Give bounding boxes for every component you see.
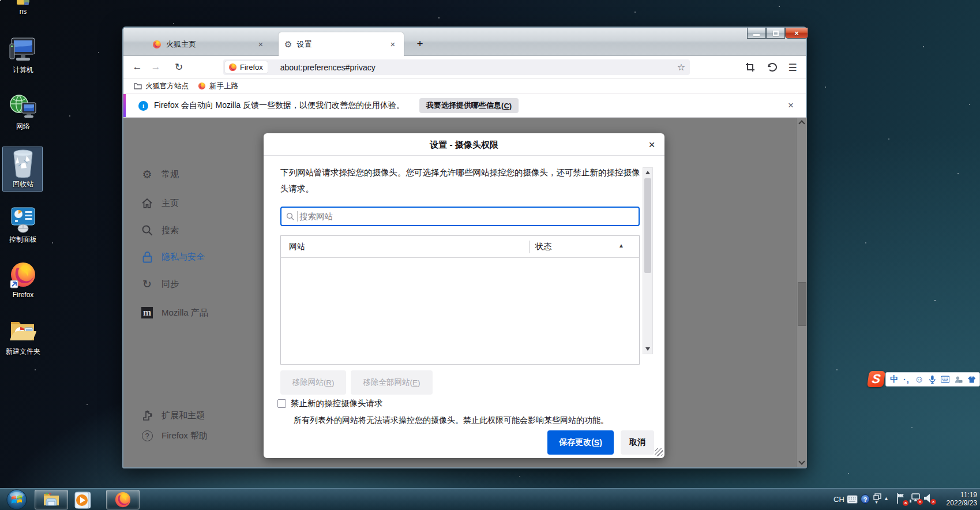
desktop-icon-ns[interactable]: ns — [1, 0, 45, 16]
url-text[interactable]: about:preferences#privacy — [280, 63, 376, 72]
tab-firefox-home[interactable]: 火狐主页 × — [147, 32, 272, 56]
sogou-punctuation-icon[interactable]: ·, — [903, 375, 910, 384]
button-label-end: ) — [418, 378, 420, 387]
tab-settings[interactable]: ⚙ 设置 × — [279, 32, 404, 56]
tray-clock[interactable]: 11:19 2022/9/23 — [934, 491, 977, 507]
tray-volume-icon[interactable]: × — [923, 493, 934, 503]
forward-button[interactable]: → — [149, 61, 162, 73]
dialog-scrollbar-thumb[interactable] — [644, 178, 651, 273]
bookmark-star-icon[interactable]: ☆ — [677, 62, 685, 73]
tab-bar: 火狐主页 × ⚙ 设置 × + × — [123, 28, 806, 56]
firefox-identity-icon — [228, 63, 237, 72]
sogou-account-icon[interactable] — [955, 376, 963, 384]
button-accesskey: R — [326, 378, 332, 387]
tab-label: 火狐主页 — [166, 39, 256, 50]
page-scrollbar-thumb[interactable] — [798, 282, 806, 326]
maximize-button[interactable] — [766, 28, 785, 39]
scroll-up-icon[interactable] — [645, 171, 650, 174]
search-input[interactable] — [299, 212, 639, 221]
sidebar-item-help[interactable]: ? Firefox 帮助 — [141, 426, 256, 445]
bookmark-item[interactable]: 新手上路 — [209, 81, 238, 91]
tray-keyboard-icon[interactable] — [847, 495, 858, 504]
sidebar-item-general[interactable]: ⚙ 常规 — [141, 164, 256, 184]
taskbar-explorer-button[interactable] — [35, 490, 68, 509]
bookmark-item[interactable]: 火狐官方站点 — [145, 81, 189, 91]
sidebar-label: 同步 — [162, 279, 179, 290]
reload-button[interactable]: ↻ — [172, 61, 185, 73]
choose-data-button[interactable]: 我要选择提供哪些信息(C) — [419, 98, 519, 113]
sogou-chinese-mode-icon[interactable]: 中 — [890, 374, 898, 385]
notification-accent — [123, 94, 126, 117]
tab-close-icon[interactable]: × — [256, 39, 266, 50]
new-tab-button[interactable]: + — [412, 36, 428, 52]
home-icon — [141, 197, 153, 209]
sort-ascending-icon[interactable]: ▲ — [618, 242, 624, 249]
back-button[interactable]: ← — [131, 61, 144, 73]
tab-close-icon[interactable]: × — [388, 39, 398, 50]
tray-action-center-icon[interactable]: × — [896, 493, 906, 504]
scroll-down-icon[interactable] — [798, 458, 805, 464]
scroll-up-icon[interactable] — [798, 120, 805, 126]
search-icon — [286, 212, 294, 220]
taskbar-media-player-button[interactable] — [74, 491, 92, 509]
tray-ime-window-icon[interactable] — [873, 493, 881, 500]
sidebar-item-search[interactable]: 搜索 — [141, 220, 256, 240]
settings-page: ⚙ 常规 主页 搜索 隐私与安全 ↻ 同步 m Mozilla 产品 扩展和主题… — [123, 118, 806, 467]
sogou-mic-icon[interactable] — [929, 375, 936, 384]
desktop-icon-recycle-bin[interactable]: 回收站 — [1, 149, 45, 189]
tray-help-icon[interactable]: ? — [861, 494, 870, 504]
sogou-keyboard-icon[interactable] — [941, 376, 949, 383]
minimize-icon — [753, 34, 760, 36]
remove-site-button[interactable]: 移除网站(R) — [280, 370, 346, 395]
media-player-icon — [74, 491, 92, 509]
sidebar-item-mozilla-products[interactable]: m Mozilla 产品 — [141, 303, 256, 322]
sogou-skin-icon[interactable] — [968, 376, 976, 384]
taskbar-firefox-button[interactable] — [106, 490, 140, 509]
close-button[interactable]: × — [785, 28, 808, 39]
screenshot-tool-icon[interactable] — [745, 62, 755, 72]
sidebar-label: Firefox 帮助 — [162, 430, 208, 441]
cancel-button[interactable]: 取消 — [621, 430, 654, 455]
desktop-icon-computer[interactable]: 计算机 — [1, 37, 45, 74]
search-icon — [141, 224, 153, 237]
block-new-requests-checkbox[interactable] — [277, 399, 286, 408]
scroll-down-icon[interactable] — [645, 347, 650, 351]
sidebar-label: 搜索 — [162, 225, 179, 236]
desktop-icon-network[interactable]: 网络 — [1, 93, 45, 131]
tray-language-indicator[interactable]: CH — [833, 495, 844, 504]
sogou-emoji-icon[interactable]: ☺ — [915, 374, 924, 385]
desktop-icon-new-folder[interactable]: 新建文件夹 — [1, 316, 45, 356]
menu-button[interactable]: ☰ — [786, 62, 799, 74]
tray-ime-dropdown-icon[interactable]: ▼ — [874, 500, 878, 504]
remove-all-sites-button[interactable]: 移除全部网站(E) — [351, 370, 433, 395]
bookmarks-toolbar: 火狐官方站点 新手上路 — [123, 78, 806, 94]
page-scrollbar[interactable] — [796, 118, 807, 467]
button-label: 我要选择提供哪些信息( — [426, 100, 504, 111]
dialog-resize-grip[interactable] — [655, 448, 663, 456]
sync-icon: ↻ — [141, 278, 153, 290]
tray-show-hidden-icon[interactable]: ▲ — [884, 496, 889, 501]
restore-session-icon[interactable] — [766, 62, 777, 73]
identity-box[interactable]: Firefox — [225, 61, 268, 73]
column-status[interactable]: 状态 — [535, 242, 551, 252]
sogou-logo-icon[interactable]: S — [867, 371, 885, 387]
dialog-scrollbar[interactable] — [643, 167, 653, 354]
button-label: 取消 — [629, 437, 645, 448]
sidebar-item-extensions[interactable]: 扩展和主题 — [141, 406, 256, 425]
sidebar-item-sync[interactable]: ↻ 同步 — [141, 274, 256, 294]
save-changes-button[interactable]: 保存更改(S) — [547, 430, 614, 455]
tray-network-icon[interactable]: × — [909, 493, 921, 503]
site-search-field[interactable] — [280, 207, 640, 226]
button-label: 移除全部网站( — [363, 377, 412, 388]
checkbox-helper-text: 所有列表外的网站将无法请求操控您的摄像头。禁止此权限可能会影响某些网站的功能。 — [294, 415, 640, 426]
minimize-button[interactable] — [747, 28, 766, 39]
desktop-icon-firefox[interactable]: Firefox — [1, 261, 45, 299]
notification-close-icon[interactable]: × — [788, 100, 794, 111]
sidebar-item-home[interactable]: 主页 — [141, 193, 256, 213]
sidebar-item-privacy[interactable]: 隐私与安全 — [141, 247, 256, 267]
url-bar[interactable]: Firefox about:preferences#privacy ☆ — [223, 59, 690, 75]
desktop-icon-control-panel[interactable]: 控制面板 — [1, 205, 45, 244]
dialog-close-icon[interactable]: × — [645, 138, 659, 152]
column-site[interactable]: 网站 — [289, 242, 305, 252]
start-button[interactable] — [6, 489, 27, 510]
